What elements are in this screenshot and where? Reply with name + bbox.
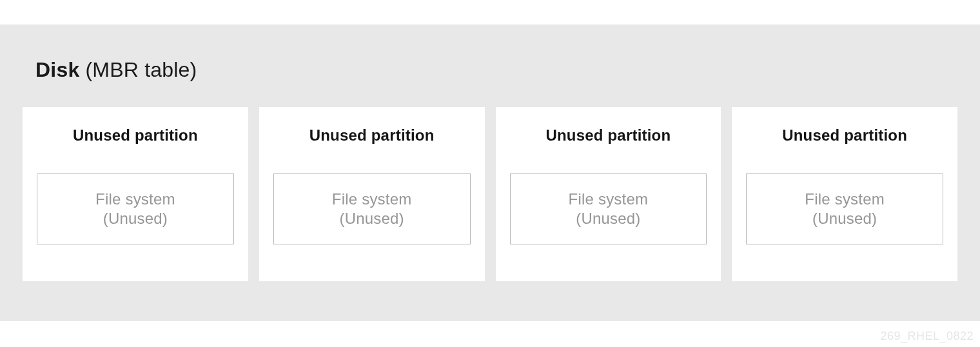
disk-title-bold: Disk <box>35 58 79 81</box>
partition-1: Unused partition File system (Unused) <box>23 107 248 281</box>
partition-4-title: Unused partition <box>782 126 907 144</box>
partition-3: Unused partition File system (Unused) <box>496 107 721 281</box>
partition-3-fs-status: (Unused) <box>576 210 640 228</box>
partition-2-filesystem: File system (Unused) <box>273 174 471 244</box>
partition-3-title: Unused partition <box>545 126 671 144</box>
partition-2-fs-label: File system <box>332 190 412 208</box>
partition-2: Unused partition File system (Unused) <box>259 107 485 281</box>
partition-2-fs-status: (Unused) <box>339 210 404 228</box>
disk-title: Disk (MBR table) <box>35 58 197 82</box>
partition-3-fs-label: File system <box>569 190 649 208</box>
partition-1-fs-status: (Unused) <box>103 210 168 228</box>
partition-3-filesystem: File system (Unused) <box>510 174 707 244</box>
disk-title-rest: (MBR table) <box>79 58 197 81</box>
partition-4-fs-status: (Unused) <box>812 210 877 228</box>
partition-4-filesystem: File system (Unused) <box>746 174 943 244</box>
partition-1-filesystem: File system (Unused) <box>37 174 234 244</box>
partition-4-fs-label: File system <box>805 190 885 208</box>
watermark: 269_RHEL_0822 <box>880 330 974 343</box>
partition-1-title: Unused partition <box>73 126 198 144</box>
partition-4: Unused partition File system (Unused) <box>732 107 957 281</box>
partition-1-fs-label: File system <box>95 190 175 208</box>
partition-2-title: Unused partition <box>309 126 435 144</box>
disk-diagram-canvas: Disk (MBR table) Unused partition File s… <box>0 25 980 321</box>
partitions-row: Unused partition File system (Unused) Un… <box>23 107 957 281</box>
